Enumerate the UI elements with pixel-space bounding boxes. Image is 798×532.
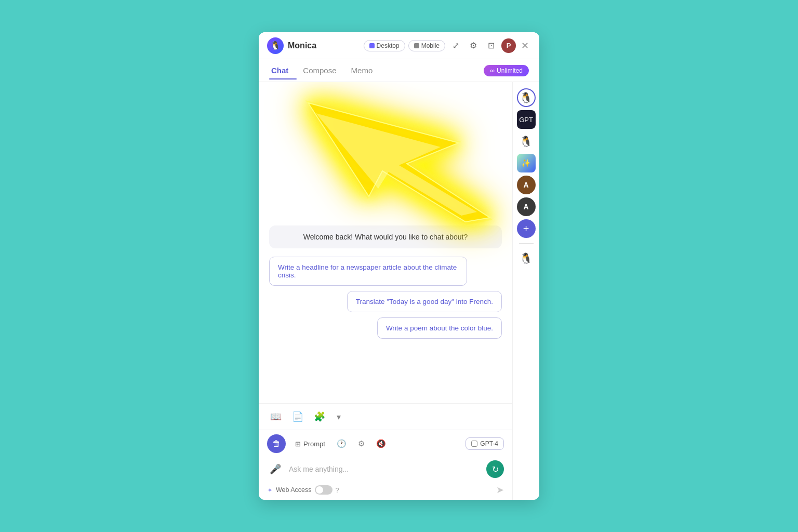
settings2-btn[interactable]: ⚙	[354, 436, 369, 451]
clean-chat-btn[interactable]: 🗑	[267, 434, 286, 453]
avatar[interactable]: P	[501, 38, 516, 53]
app-window: 🐧 Monica Desktop Mobile ⤢ ⚙ ⊡ P ✕ Chat C…	[259, 32, 539, 500]
history-btn[interactable]: 🕐	[335, 436, 349, 451]
sidebar-item-1[interactable]: GPT	[517, 110, 536, 129]
title-bar: 🐧 Monica Desktop Mobile ⤢ ⚙ ⊡ P ✕	[259, 32, 539, 59]
mute-btn[interactable]: 🔇	[374, 436, 389, 451]
web-access-row: ✦ Web Access ? ➤	[267, 481, 504, 496]
sidebar-item-4[interactable]: A	[517, 176, 536, 194]
puzzle-icon-btn[interactable]: 🧩	[311, 408, 328, 425]
suggestions-list: Write a headline for a newspaper article…	[269, 257, 502, 339]
suggestion-item-2[interactable]: Translate "Today is a good day" into Fre…	[347, 291, 502, 312]
sparkle-icon: ✦	[267, 486, 273, 494]
web-access-toggle[interactable]	[315, 485, 332, 495]
mic-btn[interactable]: 🎤	[267, 461, 284, 477]
prompt-btn[interactable]: ⊞ Prompt	[291, 438, 329, 450]
close-button[interactable]: ✕	[519, 38, 531, 54]
bottom-bar: 🗑 ⊞ Prompt 🕐 ⚙ 🔇 GPT-4 🎤	[259, 430, 512, 500]
welcome-message: Welcome back! What would you like to cha…	[269, 225, 502, 248]
pdf-icon-btn[interactable]: 📄	[289, 408, 307, 425]
tab-chat[interactable]: Chat	[269, 62, 297, 79]
right-sidebar: 🐧 GPT 🐧 ✨ A A + 🐧	[512, 82, 539, 500]
prompt-label: Prompt	[303, 440, 325, 448]
web-access-help-icon[interactable]: ?	[336, 486, 339, 494]
sidebar-item-3[interactable]: ✨	[517, 154, 536, 172]
tab-compose[interactable]: Compose	[301, 62, 344, 79]
tab-memo[interactable]: Memo	[349, 62, 381, 79]
settings-icon[interactable]: ⚙	[466, 38, 481, 53]
desktop-icon	[369, 43, 375, 48]
book-icon-btn[interactable]: 📖	[267, 408, 285, 425]
gpt4-dot	[471, 441, 477, 447]
toolbar-dropdown-btn[interactable]: ▾	[332, 408, 345, 425]
unlimited-badge[interactable]: ∞ Unlimited	[484, 65, 529, 76]
svg-marker-0	[305, 100, 493, 225]
unlimited-label: Unlimited	[497, 67, 523, 74]
svg-marker-2	[316, 113, 477, 216]
suggestion-item-1[interactable]: Write a headline for a newspaper article…	[269, 257, 467, 286]
submit-arrow-icon[interactable]: ➤	[496, 484, 504, 496]
send-btn[interactable]: ↻	[486, 460, 504, 478]
sidebar-item-0[interactable]: 🐧	[517, 88, 536, 107]
sidebar-divider	[519, 243, 534, 244]
sidebar-add-btn[interactable]: +	[517, 219, 536, 238]
sidebar-item-6[interactable]: 🐧	[517, 249, 536, 268]
unlimited-icon: ∞	[490, 67, 495, 74]
help-icon[interactable]: ⊡	[484, 38, 498, 53]
svg-marker-1	[308, 103, 490, 222]
bottom-toolbar: 🗑 ⊞ Prompt 🕐 ⚙ 🔇 GPT-4	[267, 434, 504, 453]
mobile-btn[interactable]: Mobile	[408, 40, 445, 51]
gpt4-label: GPT-4	[480, 440, 498, 447]
main-area: Welcome back! What would you like to cha…	[259, 82, 539, 500]
gpt4-selector[interactable]: GPT-4	[466, 437, 504, 450]
app-logo: 🐧	[267, 37, 284, 54]
attachment-toolbar: 📖 📄 🧩 ▾	[259, 403, 512, 430]
app-name: Monica	[288, 41, 360, 50]
tabs-bar: Chat Compose Memo ∞ Unlimited	[259, 59, 539, 82]
title-bar-actions: Desktop Mobile ⤢ ⚙ ⊡ P ✕	[364, 38, 531, 54]
input-area: 🎤 ↻	[267, 457, 504, 481]
expand-icon[interactable]: ⤢	[448, 38, 463, 53]
sidebar-item-2[interactable]: 🐧	[517, 132, 536, 151]
prompt-icon: ⊞	[295, 440, 301, 448]
chat-scroll[interactable]: Welcome back! What would you like to cha…	[259, 82, 512, 403]
sidebar-item-5[interactable]: A	[517, 197, 536, 216]
mobile-icon	[414, 43, 419, 48]
chat-input[interactable]	[289, 465, 481, 473]
web-access-label: Web Access	[276, 486, 312, 494]
chat-content: Welcome back! What would you like to cha…	[259, 82, 512, 500]
suggestion-item-3[interactable]: Write a poem about the color blue.	[377, 317, 502, 339]
desktop-btn[interactable]: Desktop	[364, 40, 405, 51]
arrow-annotation	[274, 85, 512, 235]
